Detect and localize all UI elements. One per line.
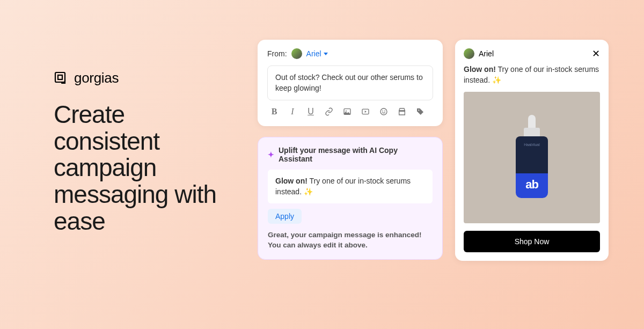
sparkle-icon: ✦ [268,150,274,159]
video-icon[interactable] [361,107,370,116]
composer-card: From: Ariel Out of stock? Check out our … [258,40,443,126]
logo-icon [54,71,69,86]
link-icon[interactable] [324,107,334,116]
sender-name: Ariel [306,49,321,58]
emoji-icon[interactable] [379,107,389,116]
preview-msg-bold: Glow on! [464,65,496,74]
ai-suggestion-bold: Glow on! [275,177,308,185]
ai-assistant-card: ✦ Uplift your message with AI Copy Assis… [258,137,443,260]
product-image: ab Haabitual [464,92,600,223]
close-icon[interactable]: ✕ [592,49,600,59]
preview-message: Glow on! Try one of our in-stock serums … [464,64,600,85]
brand-name: gorgias [74,70,119,86]
svg-point-6 [383,111,383,112]
preview-user-name: Ariel [479,49,494,58]
preview-card: Ariel ✕ Glow on! Try one of our in-stock… [455,40,609,261]
sender-avatar [291,48,302,59]
svg-point-5 [380,108,387,115]
format-toolbar: B I U [267,100,433,118]
shop-now-button[interactable]: Shop Now [464,231,600,252]
brand-logo: gorgias [54,70,236,86]
product-label-big: ab [525,178,538,192]
bold-icon[interactable]: B [269,107,279,116]
ai-suggestion-box: Glow on! Try one of our in-stock serums … [268,170,433,203]
underline-icon[interactable]: U [306,107,316,116]
italic-icon[interactable]: I [288,107,297,116]
svg-rect-1 [58,75,62,79]
svg-rect-0 [55,72,65,82]
svg-point-3 [346,111,347,112]
preview-avatar [464,48,474,59]
svg-point-8 [418,110,419,111]
from-label: From: [267,49,287,58]
apply-button[interactable]: Apply [268,209,302,224]
svg-point-7 [385,111,385,112]
sender-dropdown[interactable]: Ariel [306,49,328,58]
shop-icon[interactable] [397,107,407,116]
ai-title: Uplift your message with AI Copy Assista… [279,146,433,163]
message-textarea[interactable]: Out of stock? Check out our other serums… [267,65,433,100]
tag-icon[interactable] [415,107,425,116]
image-icon[interactable] [342,107,352,116]
product-brand-tag: Haabitual [524,143,540,147]
ai-footer-text: Great, your campaign message is enhanced… [268,230,433,251]
chevron-down-icon [324,53,328,55]
page-headline: Create consistent campaign messaging wit… [54,101,236,235]
